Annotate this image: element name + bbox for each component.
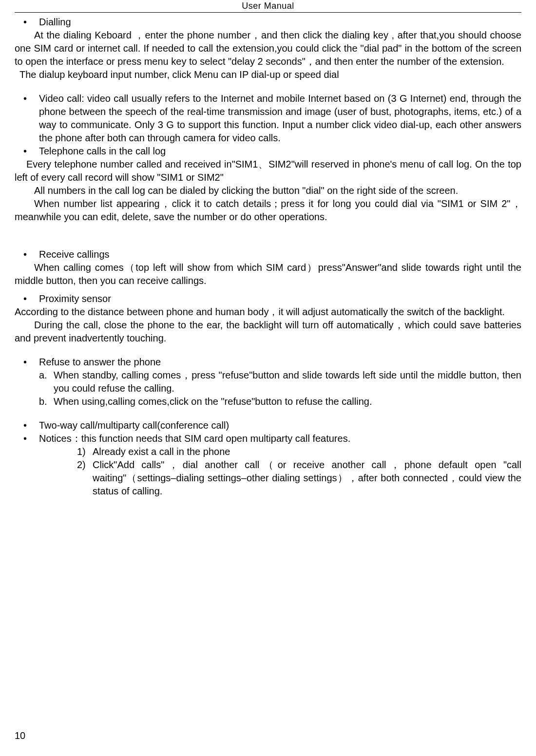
notices-1-text: Already exist a call in the phone (93, 446, 230, 457)
page-header: User Manual (15, 0, 521, 13)
item-notices-title: Notices：this function needs that SIM car… (15, 432, 521, 445)
notices-1: 1)Already exist a call in the phone (15, 445, 521, 458)
notices-2: 2)Click"Add calls"，dial another call（or … (15, 458, 521, 498)
item-refuse-title: Refuse to answer the phone (15, 356, 521, 369)
item-receive-title: Receive callings (15, 248, 521, 261)
receive-para-1: When calling comes（top left will show fr… (15, 261, 521, 287)
item-calllog-title: Telephone calls in the call log (15, 145, 521, 158)
refuse-b: b.When using,calling comes,click on the … (15, 395, 521, 408)
item-proximity-title: Proximity sensor (15, 292, 521, 305)
notices-2-text: Click"Add calls"，dial another call（or re… (93, 459, 521, 496)
dialling-para-1: At the dialing Keboard ，enter the phone … (15, 29, 521, 68)
refuse-a-text: When standby, calling comes，press "refus… (54, 370, 521, 394)
item-dialling-title: Dialling (15, 16, 521, 29)
page-content: Dialling At the dialing Keboard ，enter t… (15, 13, 521, 498)
calllog-para-3: When number list appearing，click it to c… (15, 197, 521, 224)
item-twoway: Two-way call/multiparty call(conference … (15, 419, 521, 432)
calllog-para-2: All numbers in the call log can be diale… (15, 184, 521, 197)
page: User Manual Dialling At the dialing Kebo… (15, 0, 521, 756)
item-videocall: Video call: video call usually refers to… (15, 92, 521, 145)
page-number: 10 (15, 730, 25, 741)
proximity-para-1: According to the distance between phone … (15, 305, 521, 319)
dialling-para-2: The dialup keyboard input number, click … (15, 68, 521, 81)
refuse-a: a.When standby, calling comes，press "ref… (15, 369, 521, 395)
refuse-b-text: When using,calling comes,click on the "r… (54, 396, 372, 407)
proximity-para-2: During the call, close the phone to the … (15, 319, 521, 345)
calllog-para-1: Every telephone number called and receiv… (15, 158, 521, 184)
